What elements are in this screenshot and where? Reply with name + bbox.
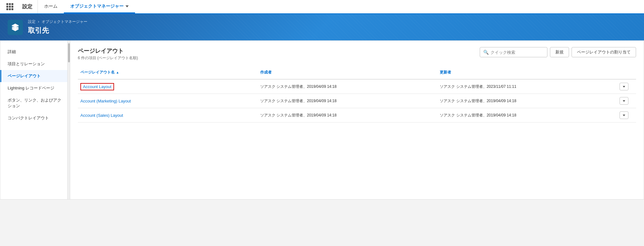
svg-rect-1 [12,26,19,28]
page-layouts-table: ページレイアウト名 ▲ 作成者 更新者 Account Layout ソアスク … [78,66,636,123]
search-icon: 🔍 [483,50,489,55]
breadcrumb: 設定 › オブジェクトマネージャー [28,19,87,25]
table-header: ページレイアウト名 ▲ 作成者 更新者 [78,66,636,80]
row-dropdown-button-1[interactable] [620,83,628,90]
cell-actions-3 [617,108,636,122]
grid-dots-icon [6,3,13,10]
cell-modified-3: ソアスク システム管理者、2019/04/09 14:18 [437,109,617,121]
cell-modified-2: ソアスク システム管理者、2019/04/09 14:18 [437,95,617,107]
row-dropdown-button-2[interactable] [620,97,628,105]
sidebar: 詳細 項目とリレーション ページレイアウト Lightning レコードページ … [0,41,70,199]
breadcrumb-settings[interactable]: 設定 [28,19,36,24]
column-header-modified-by[interactable]: 更新者 [437,68,617,76]
sidebar-scrollbar[interactable] [67,41,70,199]
tab-object-manager[interactable]: オブジェクトマネージャー [64,0,135,13]
cell-actions-1 [617,80,636,94]
sort-arrow-icon: ▲ [116,71,119,74]
content-title-block: ページレイアウト 6 件の項目 (ページレイアウト名順) [78,47,138,61]
breadcrumb-object-manager[interactable]: オブジェクトマネージャー [42,19,87,24]
column-header-actions [617,68,636,76]
app-grid-icon[interactable] [3,0,17,13]
svg-rect-0 [12,25,19,26]
table-row: Account (Marketing) Layout ソアスク システム管理者、… [78,94,636,108]
account-sales-layout-link[interactable]: Account (Sales) Layout [80,113,123,118]
search-input[interactable] [491,50,544,55]
sidebar-item-page-layouts[interactable]: ページレイアウト [0,70,70,82]
chevron-down-icon [623,115,625,116]
page-title: 取引先 [28,26,87,35]
content-title: ページレイアウト [78,47,138,55]
column-header-name[interactable]: ページレイアウト名 ▲ [78,68,258,76]
sidebar-item-buttons-links-actions[interactable]: ボタン、リンク、およびアクション [0,94,70,112]
sidebar-item-fields-relations[interactable]: 項目とリレーション [0,58,70,70]
cell-created-1: ソアスク システム管理者、2019/04/09 14:18 [258,81,437,93]
cell-actions-2 [617,94,636,108]
main-content: 詳細 項目とリレーション ページレイアウト Lightning レコードページ … [0,40,644,200]
svg-rect-2 [12,28,19,29]
sidebar-scroll-thumb [68,43,70,62]
header-text-block: 設定 › オブジェクトマネージャー 取引先 [28,19,87,35]
cell-modified-1: ソアスク システム管理者、2023/11/07 11:11 [437,81,617,93]
layers-icon [11,23,20,32]
sidebar-item-details[interactable]: 詳細 [0,46,70,58]
chevron-down-icon [623,86,625,88]
column-header-created-by[interactable]: 作成者 [258,68,437,76]
assign-button[interactable]: ページレイアウトの割り当て [572,47,636,57]
sidebar-item-lightning-record-pages[interactable]: Lightning レコードページ [0,82,70,94]
top-navigation: 設定 ホーム オブジェクトマネージャー [0,0,644,14]
content-subtitle: 6 件の項目 (ページレイアウト名順) [78,55,138,61]
header-banner: 設定 › オブジェクトマネージャー 取引先 [0,14,644,40]
content-actions: 🔍 新規 ページレイアウトの割り当て [480,47,636,57]
content-area: ページレイアウト 6 件の項目 (ページレイアウト名順) 🔍 新規 ページレイア… [70,41,644,199]
object-icon [8,20,23,35]
tab-home[interactable]: ホーム [38,0,64,13]
app-name-label: 設定 [17,0,38,13]
table-row: Account Layout ソアスク システム管理者、2019/04/09 1… [78,80,636,94]
new-button[interactable]: 新規 [550,47,569,57]
table-row: Account (Sales) Layout ソアスク システム管理者、2019… [78,108,636,123]
sidebar-item-compact-layouts[interactable]: コンパクトレイアウト [0,112,70,124]
cell-created-3: ソアスク システム管理者、2019/04/09 14:18 [258,109,437,121]
cell-name-3: Account (Sales) Layout [78,110,258,121]
cell-name-1: Account Layout [78,80,258,94]
search-box[interactable]: 🔍 [480,47,547,57]
breadcrumb-separator: › [38,19,40,24]
account-marketing-layout-link[interactable]: Account (Marketing) Layout [80,99,131,103]
content-header: ページレイアウト 6 件の項目 (ページレイアウト名順) 🔍 新規 ページレイア… [78,47,636,61]
chevron-down-icon [125,5,129,7]
cell-name-2: Account (Marketing) Layout [78,95,258,107]
cell-created-2: ソアスク システム管理者、2019/04/09 14:18 [258,95,437,107]
row-dropdown-button-3[interactable] [620,111,628,119]
chevron-down-icon [623,100,625,102]
account-layout-link[interactable]: Account Layout [80,83,114,90]
